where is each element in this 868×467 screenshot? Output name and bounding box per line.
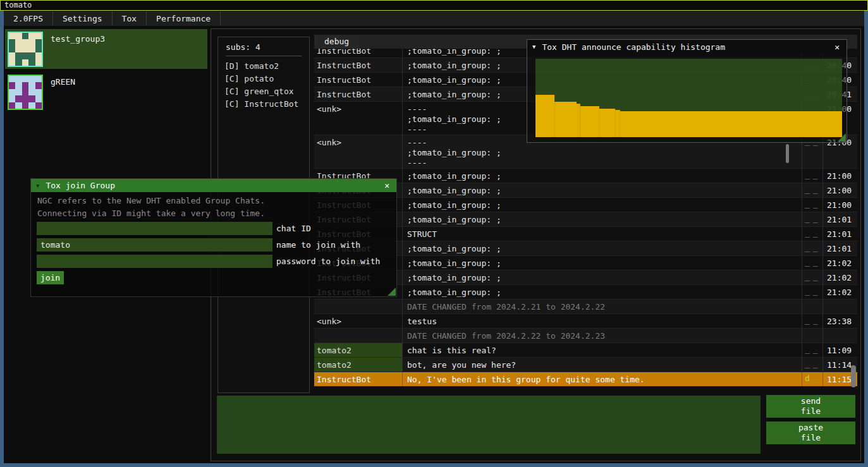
status-mark: _ (813, 286, 818, 296)
avatar-pixel (28, 76, 35, 82)
message-text: bot, are you new here? (403, 358, 802, 372)
message-time: 21:02 (823, 285, 857, 299)
message-time (823, 329, 857, 343)
close-icon[interactable]: ✕ (833, 42, 841, 52)
collapse-arrow-icon[interactable]: ▼ (36, 183, 39, 189)
tab-debug[interactable]: debug (314, 35, 359, 49)
message-author: tomato2 (314, 343, 403, 357)
avatar-pixel (28, 82, 35, 88)
close-icon[interactable]: ✕ (382, 181, 391, 190)
avatar-pixel (15, 52, 21, 59)
chat-row[interactable]: <unk>testus__23:38 (314, 314, 857, 329)
avatar-pixel (9, 39, 15, 45)
status-mark: _ (813, 214, 818, 223)
message-status: __ (802, 343, 823, 357)
status-mark: _ (813, 257, 818, 267)
join-button[interactable]: join (37, 271, 64, 284)
resize-grip[interactable] (838, 133, 846, 142)
group-name: gREEN (43, 72, 75, 112)
paste-file-button[interactable]: paste file (766, 422, 855, 444)
avatar-pixel (28, 95, 35, 102)
group-list: test_group3gREEN (5, 29, 207, 115)
message-author: InstructBot (314, 58, 403, 72)
app-window: tomato 2.0FPS Settings Tox Performance t… (0, 0, 868, 467)
menu-tox[interactable]: Tox (113, 11, 147, 26)
avatar-pixel (15, 95, 21, 102)
message-status: __ (802, 241, 823, 255)
message-time: 21:01 (823, 212, 857, 226)
join-group-window: ▼ Tox join Group ✕ NGC refers to the New… (30, 178, 397, 297)
group-row[interactable]: gREEN (5, 72, 207, 112)
message-time: 21:02 (823, 256, 857, 270)
message-status: __ (802, 285, 823, 299)
dht-histogram-title: Tox DHT announce capability histogram (542, 42, 833, 52)
avatar-pixel (28, 33, 35, 39)
message-time: 21:00 (823, 169, 857, 183)
message-author: <unk> (314, 314, 403, 328)
message-author (314, 329, 403, 343)
status-mark: _ (805, 344, 810, 354)
avatar-pixel (9, 89, 15, 95)
avatar-pixel (15, 102, 21, 109)
status-mark: _ (805, 214, 810, 223)
message-author (314, 300, 403, 313)
window-frame-right (864, 11, 868, 467)
member-item[interactable]: [C] InstructBot (218, 97, 309, 110)
avatar-pixel (15, 82, 21, 88)
group-row[interactable]: test_group3 (5, 29, 207, 69)
avatar-pixel (9, 82, 15, 88)
avatar-pixel (35, 33, 42, 39)
chat-scrollbar[interactable] (851, 365, 856, 387)
chat-row[interactable]: DATE CHANGED from 2024.2.22 to 2024.2.23 (314, 329, 857, 343)
message-text: DATE CHANGED from 2024.2.21 to 2024.2.22 (403, 300, 802, 313)
status-mark: _ (813, 315, 818, 325)
dht-histogram-plot (535, 59, 842, 137)
status-mark: _ (813, 373, 818, 383)
avatar-pixel (22, 95, 28, 102)
status-mark: _ (805, 359, 810, 368)
join-name-field[interactable] (37, 238, 272, 252)
chat-row[interactable]: tomato2chat is this real?__11:09 (314, 343, 857, 358)
message-status: __ (802, 169, 823, 183)
resize-grip[interactable] (388, 288, 396, 296)
menu-performance[interactable]: Performance (147, 11, 221, 26)
message-time: 21:00 (823, 198, 857, 212)
avatar-pixel (35, 52, 42, 59)
avatar-pixel (9, 76, 15, 82)
member-item[interactable]: [C] green_qtox (218, 85, 309, 97)
collapse-arrow-icon[interactable]: ▼ (532, 44, 535, 50)
member-item[interactable]: [D] tomato2 (218, 59, 309, 72)
avatar-pixel (9, 46, 15, 52)
message-text: ;tomato_in_group: ; (403, 169, 802, 183)
message-author: InstructBot (314, 372, 403, 386)
avatar-pixel (22, 89, 28, 95)
avatar-pixel (9, 52, 15, 59)
chat-row[interactable]: tomato2bot, are you new here?__11:14 (314, 358, 857, 372)
message-text: ;tomato_in_group: ; (403, 270, 802, 284)
avatar-pixel (28, 89, 35, 95)
send-file-button[interactable]: send file (766, 395, 855, 418)
chat-row[interactable]: DATE CHANGED from 2024.2.21 to 2024.2.22 (314, 300, 857, 314)
menu-settings[interactable]: Settings (53, 11, 113, 26)
avatar-pixel (9, 59, 15, 66)
avatar-pixel (28, 39, 35, 45)
member-item[interactable]: [C] potato (218, 72, 309, 85)
avatar-pixel (28, 102, 35, 109)
message-status: __ (802, 183, 823, 197)
message-status: __ (802, 212, 823, 226)
status-mark: _ (813, 359, 818, 368)
chat-row[interactable]: InstructBotNo, I've been in this group f… (314, 372, 857, 387)
message-input[interactable] (217, 396, 761, 454)
message-scrollbar[interactable] (786, 144, 789, 163)
chat-id-field[interactable] (37, 222, 272, 235)
message-status (802, 329, 823, 343)
message-text: DATE CHANGED from 2024.2.22 to 2024.2.23 (403, 329, 802, 343)
join-password-field[interactable] (37, 255, 272, 268)
message-time: 21:00 (823, 183, 857, 197)
avatar-pixel (28, 46, 35, 52)
avatar-pixel (35, 102, 42, 109)
message-time (823, 300, 857, 313)
status-mark: _ (805, 286, 810, 296)
avatar-pixel (35, 76, 42, 82)
avatar-pixel (35, 82, 42, 88)
